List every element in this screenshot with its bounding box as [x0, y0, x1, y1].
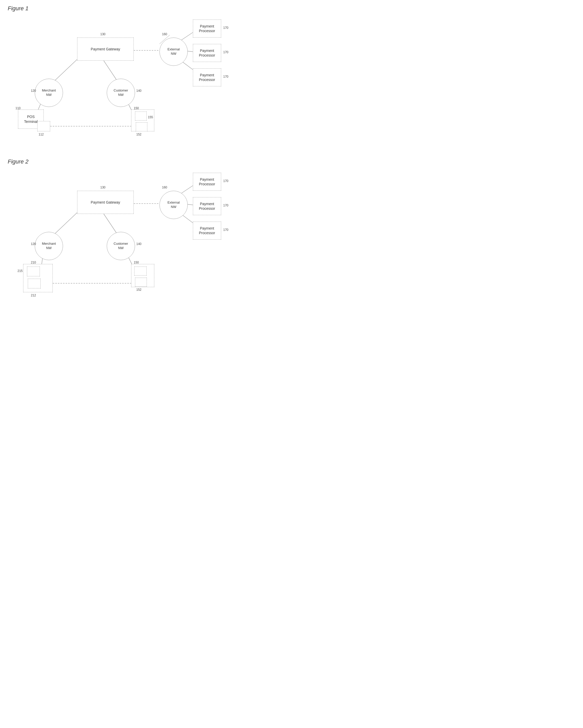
label-170-1-fig2: 170 [223, 179, 228, 183]
payment-processor-1-fig1: PaymentProcessor [193, 20, 221, 37]
label-150-fig2: 150 [134, 261, 139, 264]
external-nw-node: ExternalNW [159, 37, 188, 66]
figure1-diagram: Payment Gateway 130 MerchantNW 120 Custo… [8, 15, 229, 143]
customer-card-node [136, 122, 147, 131]
payment-gateway-node-fig2: Payment Gateway [77, 191, 134, 214]
label-170-2-fig2: 170 [223, 204, 228, 207]
label-112-fig1: 112 [39, 133, 44, 136]
label-130-fig1: 130 [100, 32, 105, 36]
merchant-nw-node-fig2: MerchantNW [35, 232, 63, 260]
label-120-fig2: 120 [31, 242, 36, 246]
customer-card-bottom-fig2 [135, 278, 147, 287]
label-212-fig2: 212 [31, 293, 36, 297]
customer-card-inner-fig1 [135, 111, 147, 121]
payment-processor-3-fig2: PaymentProcessor [193, 222, 221, 240]
label-170-3-fig1: 170 [223, 75, 228, 78]
label-152-fig1: 152 [136, 133, 142, 136]
figure2-diagram: Payment Gateway 130 MerchantNW 120 Custo… [8, 167, 229, 312]
svg-line-1 [103, 59, 118, 82]
svg-line-10 [53, 213, 77, 236]
label-170-2-fig1: 170 [223, 50, 228, 54]
merchant-nw-node: MerchantNW [35, 79, 63, 107]
payment-processor-2-fig1: PaymentProcessor [193, 44, 221, 62]
label-140-fig2: 140 [136, 242, 142, 246]
label-120-fig1: 120 [31, 89, 36, 93]
label-210-fig2: 210 [31, 261, 36, 264]
label-170-1-fig1: 170 [223, 26, 228, 30]
label-152-fig2: 152 [136, 288, 142, 291]
pos-card-node [37, 121, 50, 131]
label-110-fig1: 110 [16, 106, 21, 110]
label-215-fig2: 215 [18, 269, 23, 273]
customer-nw-node: CustomerNW [107, 79, 135, 107]
customer-card-inner-fig2 [134, 266, 147, 276]
figure2-title: Figure 2 [8, 158, 224, 165]
external-nw-node-fig2: ExternalNW [159, 191, 188, 219]
label-130-fig2: 130 [100, 186, 105, 189]
label-155-fig1: 155 [148, 115, 153, 119]
label-140-fig1: 140 [136, 89, 142, 93]
customer-nw-node-fig2: CustomerNW [107, 232, 135, 260]
payment-processor-3-fig1: PaymentProcessor [193, 69, 221, 86]
svg-line-11 [103, 213, 118, 236]
label-160-fig2: 160 [162, 186, 167, 189]
label-150-fig1: 150 [134, 106, 139, 110]
figure1-title: Figure 1 [8, 5, 224, 12]
label-160-fig1: 160 [162, 32, 167, 36]
merchant-card-inner-fig2 [27, 266, 40, 276]
payment-processor-1-fig2: PaymentProcessor [193, 173, 221, 191]
svg-line-0 [53, 59, 77, 82]
label-170-3-fig2: 170 [223, 228, 228, 232]
payment-processor-2-fig2: PaymentProcessor [193, 197, 221, 215]
payment-gateway-node: Payment Gateway [77, 37, 134, 61]
merchant-card-bottom-fig2 [28, 279, 41, 288]
